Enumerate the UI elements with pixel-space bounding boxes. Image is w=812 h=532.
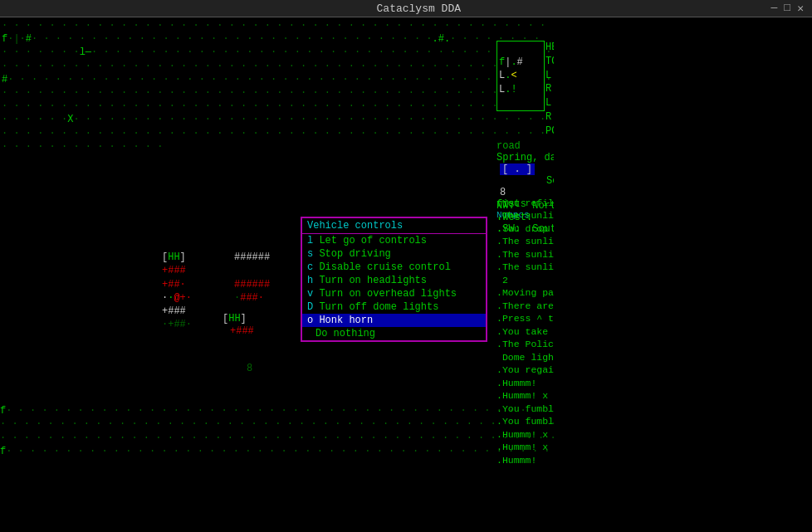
- game-map: · · · · · · · · · · · · · · · · · · · · …: [0, 17, 554, 532]
- menu-item-overhead-lights[interactable]: v Turn on overhead lights: [302, 287, 486, 300]
- rleg-label: R LEG: [545, 110, 554, 124]
- menu-item-do-nothing[interactable]: Do nothing: [302, 327, 486, 340]
- lleg-row: L LEG ||||| Focus 96 SAFE: [545, 96, 554, 110]
- menu-item-let-go[interactable]: l Let go of controls: [302, 234, 486, 247]
- close-button[interactable]: ✕: [797, 2, 804, 15]
- torso-row: TORSO |||||: [545, 55, 554, 69]
- rarm-label: R ARM: [545, 82, 554, 96]
- menu-item-honk-horn[interactable]: o Honk horn: [302, 314, 486, 327]
- menu-item-headlights[interactable]: h Turn on headlights: [302, 274, 486, 287]
- minimize-button[interactable]: —: [771, 2, 778, 15]
- map-lower: f· · · · · · · · · · · · · · · · · · · ·…: [0, 391, 554, 471]
- rarm-row: R ARM |||||: [545, 82, 554, 96]
- window-controls[interactable]: — □ ✕: [771, 2, 812, 15]
- power-label: POWER: [545, 124, 554, 139]
- menu-item-disable-cruise[interactable]: c Disable cruise control: [302, 261, 486, 274]
- map-content: · · · · · · · · · · · · · · · · · · · · …: [0, 17, 554, 236]
- menu-item-dome-lights[interactable]: D Turn off dome lights: [302, 300, 486, 314]
- player-char-display: f|.# L.< L.!: [496, 41, 545, 111]
- menu-item-stop-driving[interactable]: s Stop driving: [302, 247, 486, 261]
- window-title: Cataclysm DDA: [66, 2, 771, 15]
- time-display: [ . ]: [500, 164, 535, 175]
- head-label: HEAD: [545, 41, 554, 55]
- larm-label: L ARM: [545, 69, 554, 83]
- larm-row: L ARM ||||| Thirsty E\..F: [545, 69, 554, 83]
- head-row: HEAD ||||| :|: [545, 41, 554, 55]
- power-row: POWER — Comfortable: [545, 124, 554, 139]
- titlebar: Cataclysm DDA — □ ✕: [0, 0, 812, 17]
- lleg-label: L LEG: [545, 96, 554, 110]
- game-log: .You refill Police Car's fuel tank. .The…: [496, 183, 554, 532]
- maximize-button[interactable]: □: [784, 2, 790, 15]
- bodyparts-panel: HEAD ||||| :| TORSO ||||| L ARM ||||| Th…: [545, 41, 554, 152]
- vehicle-controls-dialog: Vehicle controls l Let go of controls s …: [301, 217, 487, 342]
- weather-row: Sunny: [545, 139, 554, 153]
- vehicle-dialog-title: Vehicle controls: [302, 218, 486, 234]
- torso-label: TORSO: [545, 55, 554, 69]
- rleg-row: R LEG ||||| {km/h 0> 0}: [545, 110, 554, 124]
- main-area: · · · · · · · · · · · · · · · · · · · · …: [0, 17, 812, 532]
